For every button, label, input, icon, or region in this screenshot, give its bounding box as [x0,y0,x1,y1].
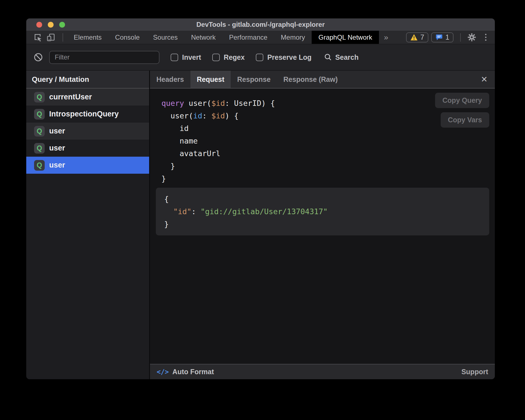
toolbar-separator [460,33,461,42]
code-token-pl: ) { [225,111,239,120]
code-line: } [161,160,495,172]
detail-panel: HeadersRequestResponseResponse (Raw) ✕ q… [150,71,495,379]
devtools-tab-graphql-network[interactable]: GraphQL Network [312,31,379,44]
search-icon [324,53,332,61]
code-line: } [161,172,495,185]
block-icon [34,52,43,62]
message-icon [435,34,443,41]
clear-button[interactable] [34,52,43,62]
code-token-pl: avatarUrl [161,149,220,158]
copy-buttons: Copy Query Copy Vars [435,93,489,128]
main-area: Query / Mutation QcurrentUserQIntrospect… [26,71,495,379]
query-type-badge: Q [34,126,45,137]
device-toolbar-button[interactable] [46,32,56,42]
regex-checkbox-group[interactable]: Regex [212,53,245,61]
query-name-label: currentUser [49,93,92,101]
query-name-label: user [49,161,65,170]
code-token-key: "id" [173,207,192,216]
code-line: "id": "gid://gitlab/User/13704317" [164,205,481,218]
regex-label: Regex [224,53,245,61]
filter-toolbar: Invert Regex Preserve Log Search [26,44,495,71]
code-token-pl: : [192,207,201,216]
invert-label: Invert [182,53,201,61]
settings-button[interactable] [467,33,476,42]
query-list-item-user[interactable]: Quser [26,123,149,140]
query-sidebar: Query / Mutation QcurrentUserQIntrospect… [26,71,149,379]
devtools-tab-memory[interactable]: Memory [274,31,312,44]
code-token-str: "gid://gitlab/User/13704317" [201,207,328,216]
search-button[interactable]: Search [324,53,359,61]
invert-checkbox [171,54,178,61]
regex-checkbox [212,54,220,61]
query-name-label: user [49,127,65,135]
detail-tabs: HeadersRequestResponseResponse (Raw) [150,71,344,88]
devtools-tab-performance[interactable]: Performance [222,31,274,44]
filter-input[interactable] [49,51,159,64]
code-line: name [161,135,495,147]
maximize-window-button[interactable] [59,22,65,28]
copy-query-button[interactable]: Copy Query [435,93,489,108]
code-token-pl: : [202,111,211,120]
inspect-element-icon [33,33,43,42]
more-options-button[interactable] [485,34,486,41]
device-toolbar-icon [46,33,55,42]
detail-tab-headers[interactable]: Headers [150,71,190,88]
query-type-badge: Q [34,143,45,154]
code-token-pl: : UserID) { [225,99,275,108]
support-link[interactable]: Support [461,368,488,376]
preserve-log-checkbox [256,54,263,61]
code-token-pl: { [164,195,169,203]
devtools-tab-sources[interactable]: Sources [146,31,184,44]
query-list-item-currentUser[interactable]: QcurrentUser [26,89,149,106]
query-name-label: user [49,144,65,152]
auto-format-button[interactable]: </> Auto Format [157,368,214,376]
detail-tab-response-raw[interactable]: Response (Raw) [277,71,344,88]
auto-format-label: Auto Format [172,368,214,376]
gear-icon [467,33,476,42]
devtools-tab-console[interactable]: Console [108,31,146,44]
query-variables-code: { "id": "gid://gitlab/User/13704317"} [164,193,481,230]
detail-tabs-spacer [344,71,473,88]
devtools-tab-network[interactable]: Network [184,31,222,44]
devtools-window: DevTools - gitlab.com/-/graphql-explorer… [26,18,495,379]
warning-icon [410,34,418,41]
panel-footer: </> Auto Format Support [150,364,495,379]
devtools-tabs: ElementsConsoleSourcesNetworkPerformance… [67,31,379,44]
code-icon: </> [157,368,169,376]
query-list: QcurrentUserQIntrospectionQueryQuserQuse… [26,89,149,379]
preserve-log-checkbox-group[interactable]: Preserve Log [256,53,311,61]
devtools-toolbar: ElementsConsoleSourcesNetworkPerformance… [26,31,495,44]
detail-tabs-bar: HeadersRequestResponseResponse (Raw) ✕ [150,71,495,89]
inspect-element-button[interactable] [33,32,43,42]
kebab-menu-icon [485,34,486,35]
detail-tab-request[interactable]: Request [190,71,231,88]
messages-badge-button[interactable]: 1 [431,32,454,42]
query-type-badge: Q [34,160,45,171]
sidebar-header: Query / Mutation [26,71,149,89]
code-token-var: $id [211,99,225,108]
minimize-window-button[interactable] [48,22,54,28]
code-line: } [164,218,481,230]
message-count: 1 [445,33,449,41]
code-line: { [164,193,481,205]
warnings-badge-button[interactable]: 7 [406,32,428,42]
code-token-pl: } [161,174,166,183]
query-list-item-IntrospectionQuery[interactable]: QIntrospectionQuery [26,106,149,123]
close-panel-button[interactable]: ✕ [474,71,495,88]
code-token-pl: user( [184,99,211,108]
copy-vars-button[interactable]: Copy Vars [441,112,489,128]
code-token-pl: user( [161,111,193,120]
request-panel-body: query user($id: UserID) { user(id: $id) … [150,89,495,364]
invert-checkbox-group[interactable]: Invert [171,53,201,61]
toolbar-separator [63,33,63,42]
detail-tab-response[interactable]: Response [231,71,277,88]
devtools-tab-elements[interactable]: Elements [67,31,108,44]
close-window-button[interactable] [36,22,42,28]
code-line: avatarUrl [161,147,495,160]
code-token-pl: } [161,162,175,170]
query-list-item-user[interactable]: Quser [26,140,149,157]
code-token-pl: id [161,124,189,133]
query-name-label: IntrospectionQuery [49,110,119,118]
query-list-item-user[interactable]: Quser [26,157,149,174]
more-tabs-button[interactable]: » [379,33,393,42]
